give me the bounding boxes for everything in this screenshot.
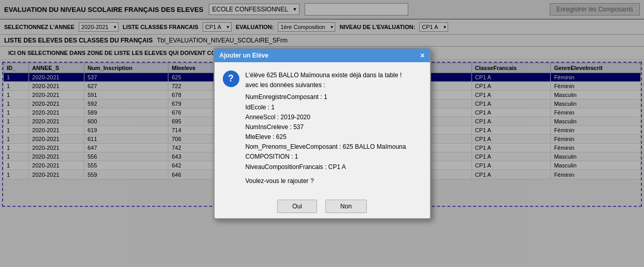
modal-text-content: L'élève 625 BALLO Maïmouna existe déjà d… [246,71,406,186]
modal-overlay: Ajouter un Elève × ? L'élève 625 BALLO M… [0,0,644,267]
modal-question: Voulez-vous le rajouter ? [246,176,406,186]
modal-detail-line: Nom_Prenoms_EleveComposant : 625 BALLO M… [246,142,406,152]
modal-title: Ajouter un Elève [220,52,269,59]
modal-close-button[interactable]: × [420,51,424,60]
modal-title-bar: Ajouter un Elève × [214,49,430,62]
modal-footer: Oui Non [214,194,430,218]
modal-non-button[interactable]: Non [325,200,367,213]
modal-details: NumEnregistreComposant : 1IdEcole : 1Ann… [246,92,406,172]
modal-detail-line: AnneeScol : 2019-2020 [246,113,406,122]
modal-message-line1: L'élève 625 BALLO Maïmouna existe déjà d… [246,71,406,80]
modal-detail-line: NumInsCreleve : 537 [246,122,406,132]
modal-oui-button[interactable]: Oui [277,200,317,213]
modal-body: ? L'élève 625 BALLO Maïmouna existe déjà… [214,62,430,194]
modal-detail-line: COMPOSITION : 1 [246,152,406,162]
modal-detail-line: IdEcole : 1 [246,103,406,113]
modal-detail-line: NiveauCompositionFrancais : CP1 A [246,162,406,172]
modal-detail-line: MleEleve : 625 [246,132,406,142]
modal-detail-line: NumEnregistreComposant : 1 [246,92,406,102]
modal-info-icon: ? [223,71,239,87]
modal-message-line2: avec les données suivantes : [246,80,406,90]
modal-dialog: Ajouter un Elève × ? L'élève 625 BALLO M… [213,48,431,219]
